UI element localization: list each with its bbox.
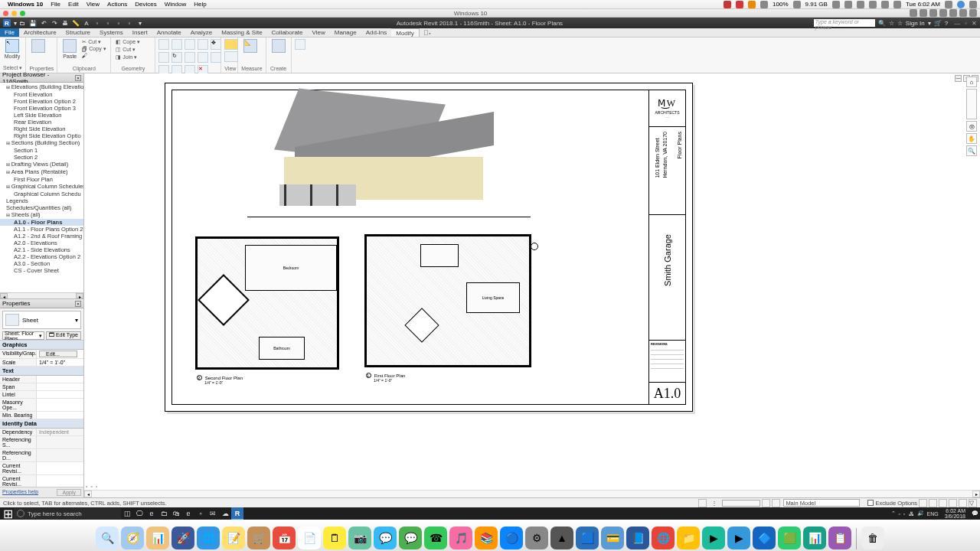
vm-control-icon[interactable] [939,9,947,17]
scroll-track[interactable] [92,491,972,497]
view-button[interactable] [224,51,238,62]
tree-item[interactable]: Drafting Views (Detail) [0,161,83,168]
help-icon[interactable]: ? [945,20,948,27]
task-view-icon[interactable]: ◫ [121,507,133,520]
revit-taskbar-icon[interactable]: R [231,507,243,520]
sign-in-button[interactable]: Sign In [906,20,925,27]
dock-trash-icon[interactable]: 🗑 [861,527,884,549]
qat-print-icon[interactable]: 🖶 [61,19,69,27]
vm-control-icon[interactable] [910,9,917,17]
tree-item[interactable]: CS - Cover Sheet [0,267,83,274]
edge-icon[interactable]: e [145,507,158,520]
mirror-button[interactable] [185,39,195,50]
copy-button[interactable]: 🗐 Copy ▾ [82,46,106,52]
property-row[interactable]: Referencing D... [0,449,83,462]
array-button[interactable] [211,52,221,63]
tree-item[interactable]: Sheets (all) [0,211,83,219]
tab-modify[interactable]: Modify [391,28,420,37]
dock-app-icon[interactable]: 🔷 [753,527,776,549]
edit-type-button[interactable]: 🗔 Edit Type [46,331,81,340]
align-button[interactable] [158,39,169,50]
second-floor-plan[interactable]: Bedroom Bathroom 2 Second Floor Plan 1/4… [191,232,344,385]
tab-view[interactable]: View [308,28,330,37]
cope-button[interactable]: ◧ Cope ▾ [116,39,152,45]
tree-item[interactable]: A2.1 - Side Elevations [0,246,83,253]
app-restore-button[interactable]: ▫ [965,20,967,27]
rotate-button[interactable]: ↻ [172,52,182,63]
mdi-minimize-button[interactable]: — [955,75,962,82]
property-row[interactable]: Span [0,383,83,391]
property-row[interactable]: Scale1/4" = 1'-0" [0,359,83,367]
qat-save-icon[interactable]: 💾 [29,19,37,27]
nav-home-icon[interactable]: ⌂ [966,77,977,87]
view-button[interactable] [224,39,238,50]
status-icon[interactable] [857,1,864,8]
perspective-view[interactable] [218,94,501,217]
zoom-icon[interactable]: 🔍 [966,145,977,156]
dock-app-icon[interactable]: ▶ [702,527,725,549]
dock-app-icon[interactable]: 📁 [677,527,700,549]
vm-control-icon[interactable] [929,9,937,17]
tree-item[interactable]: First Floor Plan [0,176,83,183]
mail-icon[interactable]: ✉ [207,507,219,520]
dock-app-icon[interactable]: 📝 [222,527,245,549]
taskbar-clock[interactable]: 6:02 AM3/6/2018 [942,508,969,519]
status-icon[interactable] [760,1,768,8]
tree-item[interactable]: Graphical Column Schedules [0,183,83,191]
tab-annotate[interactable]: Annotate [152,28,186,37]
tab-file[interactable]: File [0,28,19,37]
modify-tool-button[interactable]: ↖Modify [3,39,21,59]
close-panel-button[interactable]: × [75,301,81,307]
properties-grid[interactable]: GraphicsVisibility/Grap...Edit...Scale1/… [0,340,83,487]
notifications-icon[interactable] [969,1,977,8]
tray-lang[interactable]: ENG [927,511,939,517]
tree-item[interactable]: Section 2 [0,154,83,161]
status-icon[interactable] [724,1,731,8]
ie-icon[interactable]: e [182,507,194,520]
dock-app-icon[interactable]: 💳 [601,527,624,549]
dock-app-icon[interactable]: 🔵 [500,527,523,549]
apply-button[interactable]: Apply [57,489,81,496]
status-icon[interactable] [869,1,877,8]
tab-architecture[interactable]: Architecture [19,28,61,37]
tree-item[interactable]: Schedules/Quantities (all) [0,204,83,211]
tree-item[interactable]: A1.0 - Floor Plans [0,219,83,226]
qat-star-icon[interactable]: ☆ [889,20,894,27]
qat-redo-icon[interactable]: ↷ [51,19,58,27]
help-search-input[interactable]: Type a keyword or phrase [814,19,875,27]
dock-app-icon[interactable]: 🧭 [121,527,144,549]
scroll-right-button[interactable]: ▸ [76,293,83,298]
view-cube[interactable] [966,89,977,119]
property-section[interactable]: Graphics [0,341,83,350]
properties-button[interactable] [29,39,47,53]
status-icon[interactable] [736,1,743,8]
tree-item[interactable]: Rear Elevation [0,119,83,126]
properties-header[interactable]: Properties × [0,299,83,308]
dock-app-icon[interactable]: 📚 [475,527,498,549]
qat-dropdown[interactable]: ▾ [136,19,144,27]
tab-analyze[interactable]: Analyze [186,28,217,37]
tree-item[interactable]: Area Plans (Rentable) [0,168,83,176]
vcb-detail[interactable]: ▫ [90,484,92,489]
mac-menu-actions[interactable]: Actions [107,1,127,8]
qat-star-icon[interactable]: ☆ [897,20,903,27]
tree-hscroll[interactable]: ◂ ▸ [0,292,83,298]
dock-app-icon[interactable]: 📊 [803,527,826,549]
mac-menu-devices[interactable]: Devices [135,1,156,8]
start-button[interactable]: ⊞ [2,507,14,520]
tree-item[interactable]: A1.1 - Floor Plans Option 2 [0,226,83,233]
sheet-view[interactable]: M͜W ARCHITECTS —– 101 Elden StreetHerndo… [165,83,693,412]
mac-menu-view[interactable]: View [87,1,100,8]
revit-logo-icon[interactable]: R [3,19,11,27]
vcb-scale[interactable]: ▫ [86,484,87,489]
status-button[interactable] [919,499,927,507]
vm-control-icon[interactable] [969,9,977,17]
create-button[interactable] [270,39,288,53]
qat-button[interactable]: ▫ [104,19,112,27]
taskbar-app-icon[interactable]: ☁ [219,507,231,520]
tree-item[interactable]: A3.0 - Section [0,260,83,267]
tree-item[interactable]: Elevations (Building Elevation [0,83,83,91]
tree-item[interactable]: Graphical Column Schedu [0,191,83,197]
dock-app-icon[interactable]: 📊 [146,527,169,549]
zoom-window-button[interactable] [20,11,25,16]
